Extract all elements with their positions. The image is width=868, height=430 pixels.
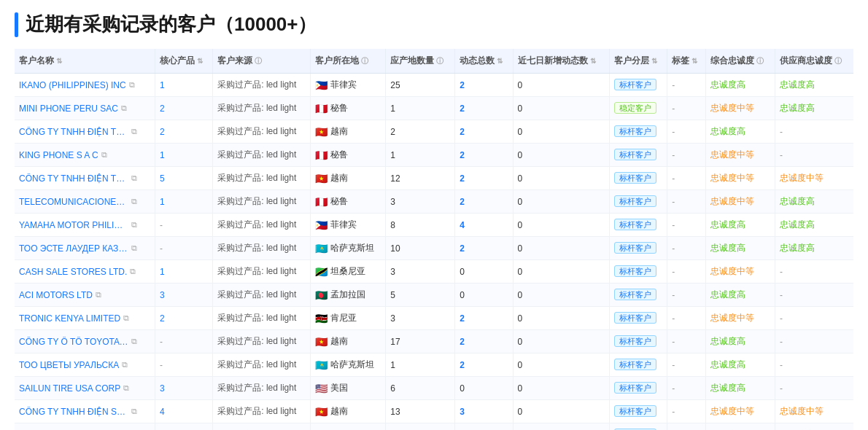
- supplier-loyalty-cell: 忠诚度中等: [775, 167, 853, 190]
- col-name[interactable]: 客户名称 ⇅: [15, 49, 155, 74]
- copy-icon[interactable]: ⧉: [130, 267, 136, 276]
- table-header-row: 客户名称 ⇅ 核心产品 ⇅ 客户来源 ⓘ: [15, 49, 853, 74]
- col-supplier-loyalty[interactable]: 供应商忠诚度 ⓘ: [775, 49, 853, 74]
- copy-icon[interactable]: ⧉: [131, 243, 137, 253]
- copy-icon[interactable]: ⧉: [122, 360, 128, 370]
- dynamic-total-cell: 2: [455, 120, 513, 144]
- new-7days-cell: 0: [513, 330, 609, 353]
- copy-icon[interactable]: ⧉: [123, 383, 129, 393]
- copy-icon[interactable]: ⧉: [131, 173, 137, 183]
- col-dynamic-total[interactable]: 动态总数 ⇅: [455, 49, 513, 74]
- supplier-loyalty-cell: -: [775, 120, 853, 144]
- supplier-loyalty-cell: 忠诚度高: [775, 74, 853, 97]
- copy-icon[interactable]: ⧉: [131, 407, 137, 416]
- copy-icon[interactable]: ⧉: [131, 220, 137, 230]
- core-product-cell: 1: [155, 144, 212, 167]
- customer-name-cell: TRONIC KENYA LIMITED ⧉: [15, 307, 155, 330]
- customer-level-cell: 标杆客户: [609, 74, 667, 97]
- country-flag: 🇻🇳: [315, 406, 328, 418]
- col-location[interactable]: 客户所在地 ⓘ: [310, 49, 386, 74]
- loyalty-score-cell: 忠诚度中等: [706, 190, 775, 214]
- core-product-cell: -: [155, 353, 212, 377]
- customer-name[interactable]: CASH SALE STORES LTD. ⧉: [19, 267, 143, 277]
- table-row: ТОО ЭСТЕ ЛАУДЕР КАЗАХСТАН ⧉ -采购过产品: led …: [15, 237, 853, 260]
- core-product-cell: 1: [155, 260, 212, 284]
- customer-name[interactable]: MINI PHONE PERU SAC ⧉: [19, 103, 143, 114]
- col-source[interactable]: 客户来源 ⓘ: [213, 49, 310, 74]
- sort-icon-loyalty: ⓘ: [756, 56, 764, 66]
- customer-name[interactable]: IKANO (PHILIPPINES) INC ⧉: [19, 80, 143, 90]
- sort-icon-tags: ⇅: [691, 57, 697, 65]
- col-customer-level[interactable]: 客户分层 ⇅: [609, 49, 667, 74]
- col-loyalty[interactable]: 综合忠诚度 ⓘ: [706, 49, 775, 74]
- copy-icon[interactable]: ⧉: [101, 150, 107, 160]
- location-cell: 🇹🇿 坦桑尼亚: [310, 260, 386, 284]
- customer-name[interactable]: ТОО ЭСТЕ ЛАУДЕР КАЗАХСТАН ⧉: [19, 243, 143, 254]
- source-cell: 采购过产品: led light: [213, 214, 310, 237]
- tags-cell: -: [667, 353, 706, 377]
- supplier-count-cell: 25: [386, 74, 455, 97]
- core-product-cell: 1: [155, 423, 212, 431]
- table-row: CÔNG TY TNHH ĐIỆN TỬ SAMS... ⧉ 5采购过产品: l…: [15, 167, 853, 190]
- col-core-product[interactable]: 核心产品 ⇅: [155, 49, 212, 74]
- copy-icon[interactable]: ⧉: [121, 103, 127, 113]
- copy-icon[interactable]: ⧉: [131, 337, 137, 346]
- col-new-7days[interactable]: 近七日新增动态数 ⇅: [513, 49, 609, 74]
- copy-icon[interactable]: ⧉: [131, 127, 137, 136]
- customer-name[interactable]: SAILUN TIRE USA CORP ⧉: [19, 383, 143, 394]
- table-row: CÔNG TY TNHH ĐIỆN TỬ SNC ... ⧉ 2采购过产品: l…: [15, 120, 853, 144]
- customer-level-cell: 标杆客户: [609, 423, 667, 431]
- supplier-count-cell: 1: [386, 97, 455, 120]
- col-supplier-count[interactable]: 应产地数量 ⓘ: [386, 49, 455, 74]
- sort-icon-location: ⓘ: [361, 56, 368, 66]
- country-flag: 🇵🇭: [315, 219, 328, 231]
- country-name: 孟加拉国: [330, 289, 365, 301]
- supplier-loyalty-cell: 忠诚度高: [775, 423, 853, 431]
- customer-name[interactable]: CÔNG TY TNHH ĐIỆN TỬ SNC ... ⧉: [19, 127, 143, 137]
- tags-cell: -: [667, 74, 706, 97]
- tags-cell: -: [667, 284, 706, 307]
- core-product-cell: 2: [155, 97, 212, 120]
- customer-name[interactable]: TRONIC KENYA LIMITED ⧉: [19, 313, 143, 324]
- source-cell: 采购过产品: led light: [213, 74, 310, 97]
- dynamic-total-cell: 2: [455, 167, 513, 190]
- customer-name[interactable]: KING PHONE S A C ⧉: [19, 150, 143, 160]
- col-tags[interactable]: 标签 ⇅: [667, 49, 706, 74]
- location-cell: 🇵🇭 菲律宾: [310, 74, 386, 97]
- dynamic-total-cell: 2: [455, 74, 513, 97]
- customer-name[interactable]: CÔNG TY TNHH ĐIỆN STANLEY... ⧉: [19, 407, 143, 417]
- customer-name[interactable]: YAMAHA MOTOR PHILIPPINES I... ⧉: [19, 220, 143, 230]
- table-row: CASH SALE STORES LTD. ⧉ 1采购过产品: led ligh…: [15, 260, 853, 284]
- country-flag: 🇰🇿: [315, 359, 328, 371]
- tags-cell: -: [667, 237, 706, 260]
- country-name: 越南: [330, 172, 348, 184]
- customer-name[interactable]: CÔNG TY Ô TÔ TOYOTA VIỆT N... ⧉: [19, 337, 143, 347]
- customer-name[interactable]: TELECOMUNICACIONES VALLE ... ⧉: [19, 197, 143, 207]
- location-cell: 🇵🇪 秘鲁: [310, 423, 386, 431]
- supplier-count-cell: 2: [386, 120, 455, 144]
- source-cell: 采购过产品: led light: [213, 97, 310, 120]
- customer-name[interactable]: ТОО ЦВЕТЫ УРАЛЬСКА ⧉: [19, 360, 143, 370]
- customer-name[interactable]: CÔNG TY TNHH ĐIỆN TỬ SAMS... ⧉: [19, 173, 143, 184]
- copy-icon[interactable]: ⧉: [123, 313, 129, 323]
- customer-name-cell: CÔNG TY TNHH ĐIỆN TỬ SNC ... ⧉: [15, 120, 155, 144]
- table-row: MINI PHONE PERU SAC ⧉ 2采购过产品: led light …: [15, 97, 853, 120]
- source-cell: 采购过产品: led light: [213, 400, 310, 423]
- loyalty-score-cell: 忠诚度中等: [706, 423, 775, 431]
- sort-icon-core: ⇅: [197, 57, 203, 65]
- supplier-loyalty-cell: 忠诚度高: [775, 190, 853, 214]
- country-name: 秘鲁: [330, 195, 348, 208]
- customer-level-cell: 标杆客户: [609, 167, 667, 190]
- new-7days-cell: 0: [513, 237, 609, 260]
- tags-cell: -: [667, 97, 706, 120]
- loyalty-score-cell: 忠诚度高: [706, 284, 775, 307]
- new-7days-cell: 0: [513, 353, 609, 377]
- country-flag: 🇻🇳: [315, 336, 328, 348]
- supplier-loyalty-cell: 忠诚度高: [775, 97, 853, 120]
- customer-name[interactable]: ACI MOTORS LTD ⧉: [19, 290, 143, 300]
- supplier-count-cell: 17: [386, 330, 455, 353]
- copy-icon[interactable]: ⧉: [129, 80, 135, 90]
- copy-icon[interactable]: ⧉: [131, 197, 137, 206]
- dynamic-total-cell: 0: [455, 284, 513, 307]
- copy-icon[interactable]: ⧉: [96, 290, 101, 300]
